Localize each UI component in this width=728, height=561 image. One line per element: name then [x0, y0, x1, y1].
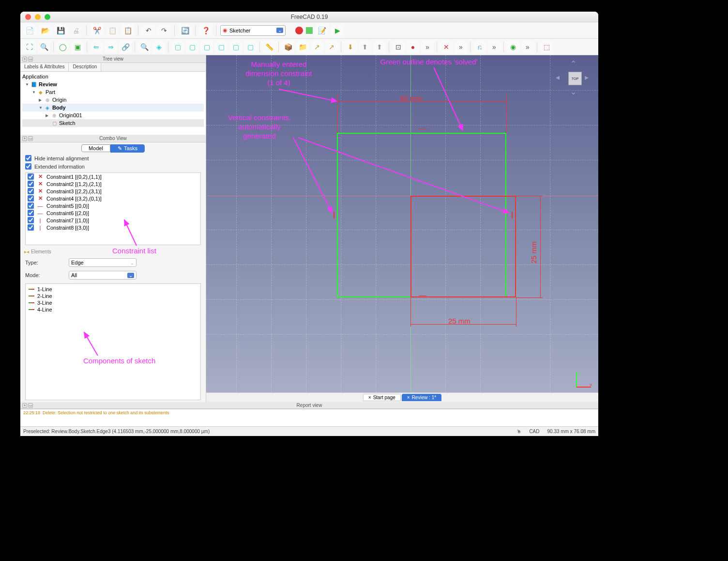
element-row[interactable]: 3-Line [28, 299, 198, 306]
print-button[interactable]: 🖨 [70, 24, 82, 37]
redo-button[interactable]: ↷ [158, 24, 170, 37]
front-view-button[interactable]: ▢ [171, 41, 184, 53]
macro-stop-icon[interactable] [306, 27, 313, 34]
tree-item-origin[interactable]: ▶⊕Origin [22, 96, 204, 104]
constraint-row[interactable]: ✕Constraint1 [(0,2),(1,1)] [26, 173, 200, 180]
window-zoom-button[interactable] [45, 14, 50, 20]
panel-close-icon-2[interactable]: × [22, 136, 27, 141]
sketch-leave-button[interactable]: ⊡ [392, 41, 405, 53]
dim-25mm-h[interactable]: 25 mm [448, 317, 470, 325]
element-row[interactable]: 4-Line [28, 306, 198, 313]
bottom-view-button[interactable]: ▢ [229, 41, 242, 53]
link-make-button[interactable]: ↗ [311, 41, 323, 53]
elements-list[interactable]: 1-Line 2-Line 3-Line 4-Line [25, 283, 201, 400]
navcube-face[interactable]: TOP [568, 72, 582, 85]
constraint-row[interactable]: —Constraint6 [(2,0)] [26, 209, 200, 217]
constraint-checkbox[interactable] [28, 203, 34, 209]
more1-button[interactable]: » [421, 41, 434, 53]
macro-run-button[interactable]: ▶ [331, 24, 344, 37]
tree[interactable]: Application ▼📘Review ▼◆Part ▶⊕Origin ▼◈B… [20, 72, 206, 135]
left-view-button[interactable]: ▢ [244, 41, 257, 53]
constraint-checkbox[interactable] [28, 224, 34, 231]
tree-item-review[interactable]: ▼📘Review [22, 80, 204, 88]
link-actions-button[interactable]: ↗ [325, 41, 338, 53]
more3-button[interactable]: » [488, 41, 500, 53]
rear-view-button[interactable]: ▢ [215, 41, 228, 53]
save-button[interactable]: 💾 [54, 24, 67, 37]
paste-button[interactable]: 📋 [121, 24, 134, 37]
nav-mode[interactable]: CAD [529, 429, 539, 434]
tab-labels-attributes[interactable]: Labels & Attributes [20, 63, 69, 71]
constraint-checkbox[interactable] [28, 217, 34, 223]
iso-view-button[interactable]: ◈ [152, 41, 165, 53]
sketch-stop-icon[interactable]: ● [407, 41, 419, 53]
export-button[interactable]: ⬆ [359, 41, 371, 53]
more4-button[interactable]: » [521, 41, 534, 53]
tab-model[interactable]: Model [81, 144, 110, 152]
element-row[interactable]: 1-Line [28, 286, 198, 293]
whats-this-button[interactable]: ❓ [199, 24, 212, 37]
part-button[interactable]: 📦 [282, 41, 294, 53]
constraint-row[interactable]: ✕Constraint2 [(1,2),(2,1)] [26, 180, 200, 187]
constraint-row[interactable]: ✕Constraint3 [(2,2),(3,1)] [26, 187, 200, 195]
constraint-row[interactable]: |Constraint7 [(1,0)] [26, 217, 200, 224]
copy-button[interactable]: 📋 [106, 24, 119, 37]
nav-fwd-button[interactable]: ⇒ [105, 41, 117, 53]
extended-info-checkbox[interactable] [25, 163, 31, 170]
top-view-button[interactable]: ▢ [186, 41, 198, 53]
macro-edit-button[interactable]: 📝 [316, 24, 328, 37]
panel-float-icon-3[interactable]: ▭ [28, 403, 33, 408]
bounding-box-button[interactable]: ▣ [71, 41, 84, 53]
fit-selection-button[interactable]: 🔍 [38, 41, 50, 53]
hide-internal-checkbox[interactable] [25, 155, 31, 161]
sketch-tool1-icon[interactable]: ⎌ [473, 41, 486, 53]
tab-tasks[interactable]: ✎Tasks [110, 144, 145, 153]
viewport[interactable]: 40 mm 25 mm 25 mm | | — — Manually enter… [206, 55, 598, 402]
element-row[interactable]: 2-Line [28, 293, 198, 299]
import-button[interactable]: ⬇ [344, 41, 357, 53]
constraint-checkbox[interactable] [28, 195, 34, 202]
undo-button[interactable]: ↶ [142, 24, 155, 37]
constraint-checkbox[interactable] [28, 188, 34, 194]
tree-item-sketch[interactable]: ▢Sketch [22, 119, 204, 127]
type-select[interactable]: Edge⌄ [69, 258, 136, 267]
open-file-button[interactable]: 📂 [39, 24, 51, 37]
nav-back-button[interactable]: ⇐ [90, 41, 103, 53]
constraint-list[interactable]: ✕Constraint1 [(0,2),(1,1)] ✕Constraint2 … [25, 172, 201, 245]
fit-all-button[interactable]: ⛶ [23, 41, 36, 53]
dim-25mm-v[interactable]: 25 mm [530, 241, 538, 264]
tree-root[interactable]: Application [22, 73, 204, 80]
sketch-virtual-icon[interactable]: ⬚ [540, 41, 553, 53]
sketch-tool2-icon[interactable]: ◉ [507, 41, 519, 53]
constraint-row[interactable]: |Constraint8 [(3,0)] [26, 224, 200, 231]
measure-button[interactable]: 📏 [263, 41, 275, 53]
panel-float-icon-2[interactable]: ▭ [28, 136, 33, 141]
constraint-coincident-icon[interactable]: ✕ [440, 41, 453, 53]
constraint-checkbox[interactable] [28, 210, 34, 216]
tab-start-page[interactable]: ×Start page [363, 394, 401, 401]
link-button[interactable]: 🔗 [119, 41, 132, 53]
constraint-row[interactable]: ✕Constraint4 [(3,2),(0,1)] [26, 195, 200, 202]
tab-description[interactable]: Description [69, 63, 101, 71]
navigation-cube[interactable]: ⌃ ⌄ ◂ ▸ TOP [555, 60, 593, 99]
tree-item-part[interactable]: ▼◆Part [22, 88, 204, 96]
export2-button[interactable]: ⬆ [373, 41, 386, 53]
tree-item-origin001[interactable]: ▶⊕Origin001 [22, 111, 204, 119]
tab-review[interactable]: ×Review : 1* [402, 394, 441, 401]
refresh-button[interactable]: 🔄 [179, 24, 191, 37]
workbench-selector[interactable]: ◉ Sketcher ⌄ [220, 25, 286, 36]
group-button[interactable]: 📁 [296, 41, 309, 53]
panel-close-icon-3[interactable]: × [22, 403, 27, 408]
new-file-button[interactable]: 📄 [23, 24, 36, 37]
nav-mode-icon[interactable]: 🖱 [516, 429, 521, 434]
report-view[interactable]: 22:25:18 Delete: Selection not restricte… [20, 409, 598, 426]
constraint-checkbox[interactable] [28, 173, 34, 180]
red-rectangle[interactable] [410, 196, 516, 297]
cut-button[interactable]: ✂️ [91, 24, 103, 37]
constraint-checkbox[interactable] [28, 181, 34, 187]
window-minimize-button[interactable] [35, 14, 41, 20]
dim-40mm[interactable]: 40 mm [400, 94, 422, 102]
panel-close-icon[interactable]: × [22, 57, 27, 62]
macro-record-icon[interactable] [295, 27, 303, 34]
tree-item-body[interactable]: ▼◈Body [22, 104, 204, 111]
